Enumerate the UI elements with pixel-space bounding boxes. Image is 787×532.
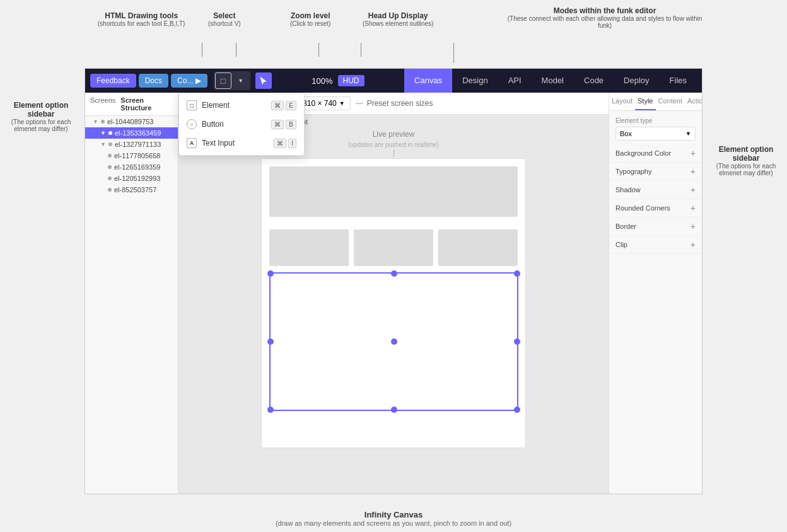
resize-handle-mr[interactable]: [514, 338, 520, 345]
sidebar-screens-tab[interactable]: Screens: [90, 96, 115, 112]
border-expand[interactable]: +: [691, 221, 696, 231]
chevron-icon: ▼: [100, 130, 106, 136]
rs-tab-content[interactable]: Content: [656, 93, 685, 110]
tree-item-label: el-1265169359: [114, 163, 160, 171]
infinity-canvas-title: Infinity Canvas: [90, 510, 697, 519]
annotation-select-title: Select: [208, 11, 241, 20]
resize-handle-br[interactable]: [514, 407, 520, 413]
clip-expand[interactable]: +: [691, 240, 696, 250]
right-sidebar-tabs: Layout Style Content Actions: [609, 93, 702, 111]
annotation-select-sub: (shortcut V): [208, 20, 241, 27]
annotation-modes-title: Modes within the funk editor: [504, 6, 705, 15]
sidebar-header: Screens Screen Structure: [85, 93, 178, 116]
nav-tab-deploy[interactable]: Deploy: [614, 69, 659, 93]
rounded-corners-expand[interactable]: +: [691, 203, 696, 213]
rs-tab-actions[interactable]: Actions: [685, 93, 702, 110]
zoom-level-label[interactable]: 100%: [312, 76, 332, 86]
element-type-value: Box: [620, 130, 632, 137]
toolbar-center: 100% HUD: [312, 75, 364, 86]
border-label: Border: [615, 223, 636, 230]
resize-handle-bm[interactable]: [391, 407, 397, 413]
selected-element[interactable]: [269, 272, 518, 411]
tree-item-el1353363459[interactable]: ▼ el-1353363459: [85, 127, 178, 139]
tree-item-el1044089753[interactable]: ▼ el-1044089753: [85, 116, 178, 127]
tree-item-label: el-1044089753: [107, 118, 153, 125]
resize-handle-tr[interactable]: [514, 270, 520, 277]
bottom-bar: Infinity Canvas (draw as many elements a…: [85, 505, 702, 532]
shadow-expand[interactable]: +: [691, 185, 696, 195]
docs-button[interactable]: Docs: [139, 74, 168, 88]
nav-tab-code[interactable]: Code: [574, 69, 614, 93]
typography-expand[interactable]: +: [691, 166, 696, 176]
element-dot-icon: [108, 176, 112, 180]
tree-item-el1205192993[interactable]: el-1205192993: [85, 173, 178, 184]
chevron-icon: ▼: [93, 119, 98, 125]
element-type-select[interactable]: Box ▼: [615, 127, 696, 141]
background-color-expand[interactable]: +: [691, 148, 696, 158]
tree-item-label: el-1327971133: [115, 141, 161, 148]
typography-row: Typography +: [609, 163, 702, 181]
placeholder-block-2: [269, 229, 349, 266]
annotation-html-tools-sub: (shortcuts for each tool E,B,I,T): [98, 20, 185, 27]
resize-handle-bl[interactable]: [267, 407, 274, 413]
element-type-section: Element type Box ▼: [609, 111, 702, 144]
canvas-size-button[interactable]: 810 × 740 ▼: [297, 96, 351, 110]
annotation-left-sidebar-sub: (The options for each elmenet may differ…: [0, 119, 82, 132]
nav-tab-design[interactable]: Design: [452, 69, 498, 93]
element-type-label: Element type: [615, 117, 696, 124]
resize-handle-tm[interactable]: [391, 270, 397, 277]
live-preview-label: Live preview: [373, 125, 415, 141]
nav-tab-api[interactable]: API: [498, 69, 532, 93]
hud-badge[interactable]: HUD: [338, 75, 364, 86]
placeholder-block-4: [438, 229, 518, 266]
resize-handle-center[interactable]: [391, 338, 397, 345]
element-tool-icon[interactable]: □: [215, 72, 231, 89]
drawing-tools-group: □ ▼: [214, 71, 250, 90]
tree-item-label: el-1177805658: [114, 152, 160, 159]
live-preview-sub: (updates are pushed in realtime): [348, 141, 439, 148]
annotation-zoom-sub: (Click to reset): [290, 20, 330, 27]
rs-tab-style[interactable]: Style: [635, 93, 655, 110]
clip-row: Clip +: [609, 236, 702, 254]
rs-tab-layout[interactable]: Layout: [609, 93, 635, 110]
dropdown-arrow-icon[interactable]: ▼: [233, 72, 249, 89]
clip-label: Clip: [615, 241, 627, 248]
feedback-button[interactable]: Feedback: [90, 74, 136, 88]
select-tool-icon[interactable]: [255, 72, 272, 89]
shadow-label: Shadow: [615, 186, 641, 194]
element-dot-icon: [108, 188, 112, 192]
rounded-corners-label: Rounded Corners: [615, 204, 670, 212]
shadow-row: Shadow +: [609, 181, 702, 199]
annotation-left-sidebar-title: Element option sidebar: [0, 101, 82, 119]
element-dot-icon: [108, 142, 112, 146]
tree-item-el1327971133[interactable]: ▼ el-1327971133: [85, 139, 178, 150]
resize-handle-tl[interactable]: [267, 270, 274, 277]
annotation-html-tools-title: HTML Drawing tools: [98, 11, 185, 20]
typography-label: Typography: [615, 168, 651, 175]
background-color-label: Background Color: [615, 149, 671, 157]
canvas-size-label: 810 × 740: [303, 99, 337, 108]
canvas-screen[interactable]: [261, 158, 526, 448]
resize-handle-ml[interactable]: [267, 338, 274, 345]
border-row: Border +: [609, 217, 702, 236]
nav-tabs: Canvas Design API Model Code Deploy File…: [404, 69, 697, 93]
annotation-modes-sub: (These connect with each other allowing …: [504, 15, 705, 29]
annotation-zoom-title: Zoom level: [290, 11, 330, 20]
sidebar-structure-tab[interactable]: Screen Structure: [120, 96, 173, 112]
element-dot-icon: [108, 165, 112, 169]
nav-tab-files[interactable]: Files: [660, 69, 697, 93]
annotation-right-sidebar-title: Element option sidebar: [705, 145, 787, 163]
tree-item-el1177805658[interactable]: el-1177805658: [85, 150, 178, 161]
tree-item-el1265169359[interactable]: el-1265169359: [85, 161, 178, 173]
element-dot-icon: [108, 154, 112, 158]
left-sidebar: Screens Screen Structure ▼ el-1044089753…: [85, 93, 178, 494]
nav-tab-canvas[interactable]: Canvas: [404, 69, 452, 93]
infinity-canvas-sub: (draw as many elements and screens as yo…: [90, 519, 697, 527]
tree-item-label: el-1205192993: [114, 175, 160, 182]
placeholder-block-1: [269, 166, 518, 217]
nav-tab-model[interactable]: Model: [532, 69, 574, 93]
co-button[interactable]: Co... ▶: [171, 74, 207, 88]
chevron-icon: ▼: [100, 141, 106, 147]
rounded-corners-row: Rounded Corners +: [609, 199, 702, 217]
tree-item-el852503757[interactable]: el-852503757: [85, 184, 178, 195]
